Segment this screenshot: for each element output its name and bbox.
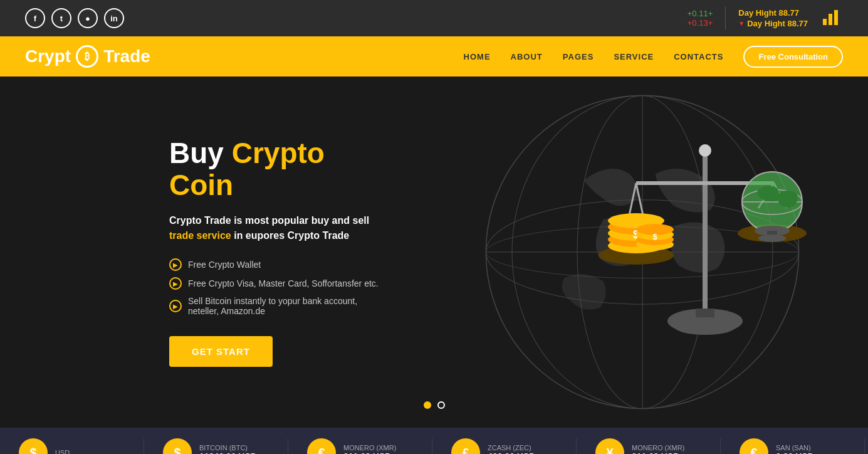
ticker-price-4: 311.63 USD (632, 451, 684, 454)
get-start-button[interactable]: GET START (169, 336, 273, 367)
ticker-item-4: ¥ MONERO (XMR) 311.63 USD (577, 438, 721, 454)
twitter-icon[interactable]: t (51, 8, 71, 28)
hero-title: Buy Crypto Coin (169, 137, 389, 201)
carousel-dots (424, 401, 445, 409)
nav-service[interactable]: SERVICE (614, 52, 654, 61)
xmr-icon: € (307, 438, 336, 454)
arrow-down-icon: ▼ (738, 20, 745, 27)
xmr2-icon: ¥ (595, 438, 624, 454)
feature-icon-3: ▶ (169, 300, 182, 312)
day-high-section: Day Hight 88.77 ▼ Day Hight 88.77 (738, 8, 808, 28)
svg-point-37 (758, 235, 786, 242)
feature-1: ▶ Free Crypto Wallet (169, 258, 389, 271)
top-bar: f t ● in +0.11+ +0.13+ Day Hight 88.77 ▼… (0, 0, 868, 36)
feature-3: ▶ Sell Bitcoin instantly to yopur bank a… (169, 296, 389, 316)
top-right: +0.11+ +0.13+ Day Hight 88.77 ▼ Day High… (688, 5, 843, 31)
ticker-name-4: MONERO (XMR) (632, 444, 684, 451)
day-high-down-label: Day Hight 88.77 (747, 19, 808, 28)
brand-text: Crypt (25, 46, 71, 66)
ticker-down: +0.13+ (688, 18, 713, 28)
nav-contacts[interactable]: CONTACTS (674, 52, 723, 61)
ticker-item-6: ₿ LTCU (LTCU) 0.08180653 USD (865, 438, 868, 454)
ticker-info-3: ZCASH (ZEC) 466.26 USD ▼ (488, 444, 545, 454)
ticker-item-5: € SAN (SAN) 2.86 USD (721, 438, 865, 454)
ticker-item-0: $ USD (0, 438, 144, 454)
btc-icon-1: $ (163, 438, 192, 454)
hero-subtitle: Crypto Trade is most popular buy and sel… (169, 213, 389, 243)
ticker-name-3: ZCASH (ZEC) (488, 444, 545, 451)
nav-about[interactable]: ABOUT (511, 52, 543, 61)
feature-icon-1: ▶ (169, 258, 182, 271)
hero-title-plain: Buy (169, 137, 232, 169)
btc-icon: $ (19, 438, 48, 454)
free-consultation-button[interactable]: Free Consultation (743, 46, 843, 68)
nav-links: HOME ABOUT PAGES SERVICE CONTACTS Free C… (464, 46, 843, 68)
brand-suffix: Trade (103, 46, 150, 66)
ticker-item-1: $ BITCOIN (BTC) 11346.26 USD ▲ (144, 438, 288, 454)
ticker-bar: $ USD $ BITCOIN (BTC) 11346.26 USD ▲ € M… (0, 428, 868, 454)
ticker-info-4: MONERO (XMR) 311.63 USD (632, 444, 684, 454)
ticker-info-2: MONERO (XMR) 311.63 USD (343, 444, 396, 454)
svg-rect-0 (823, 19, 827, 25)
san-icon: € (740, 438, 768, 454)
svg-rect-1 (829, 14, 832, 25)
divider (725, 7, 726, 29)
nav-home[interactable]: HOME (464, 52, 491, 61)
ticker-info-5: SAN (SAN) 2.86 USD (776, 444, 814, 454)
scale-illustration: $ $ (592, 133, 818, 371)
navbar: Crypt ₿ Trade HOME ABOUT PAGES SERVICE C… (0, 36, 868, 77)
ticker-up: +0.11+ (688, 9, 713, 18)
instagram-icon[interactable]: ● (78, 8, 98, 28)
day-high-down: ▼ Day Hight 88.77 (738, 19, 808, 28)
ticker-name-5: SAN (SAN) (776, 444, 814, 451)
zec-icon: £ (451, 438, 480, 454)
ticker-name-0: USD (55, 449, 70, 454)
brand: Crypt ₿ Trade (25, 45, 150, 68)
ticker-section: +0.11+ +0.13+ (688, 9, 713, 28)
nav-pages[interactable]: PAGES (563, 52, 594, 61)
ticker-info-0: USD (55, 449, 70, 454)
svg-point-40 (674, 317, 736, 335)
ticker-item-3: £ ZCASH (ZEC) 466.26 USD ▼ (432, 438, 577, 454)
hero-content: Buy Crypto Coin Crypto Trade is most pop… (0, 100, 389, 404)
feature-icon-2: ▶ (169, 277, 182, 290)
ticker-info-1: BITCOIN (BTC) 11346.26 USD ▲ (199, 444, 266, 454)
day-high-up: Day Hight 88.77 (738, 8, 808, 18)
ticker-name-1: BITCOIN (BTC) (199, 444, 266, 451)
ticker-item-2: € MONERO (XMR) 311.63 USD (288, 438, 432, 454)
ticker-name-2: MONERO (XMR) (343, 444, 396, 451)
ticker-price-1: 11346.26 USD ▲ (199, 451, 266, 454)
dot-1[interactable] (424, 401, 431, 409)
ticker-price-5: 2.86 USD (776, 451, 814, 454)
feature-2: ▶ Free Crypto Visa, Master Card, Soffort… (169, 277, 389, 290)
facebook-icon[interactable]: f (25, 8, 45, 28)
hero-features: ▶ Free Crypto Wallet ▶ Free Crypto Visa,… (169, 258, 389, 316)
svg-rect-2 (834, 10, 838, 25)
ticker-price-2: 311.63 USD (343, 451, 396, 454)
svg-point-12 (699, 144, 711, 157)
dot-2[interactable] (437, 401, 445, 409)
linkedin-icon[interactable]: in (104, 8, 124, 28)
svg-text:$: $ (652, 232, 657, 241)
social-icons: f t ● in (25, 8, 124, 28)
hero-section: Buy Crypto Coin Crypto Trade is most pop… (0, 77, 868, 428)
chart-icon (820, 5, 843, 31)
ticker-items: $ USD $ BITCOIN (BTC) 11346.26 USD ▲ € M… (0, 438, 868, 454)
brand-icon: ₿ (76, 45, 98, 68)
ticker-price-3: 466.26 USD ▼ (488, 451, 545, 454)
